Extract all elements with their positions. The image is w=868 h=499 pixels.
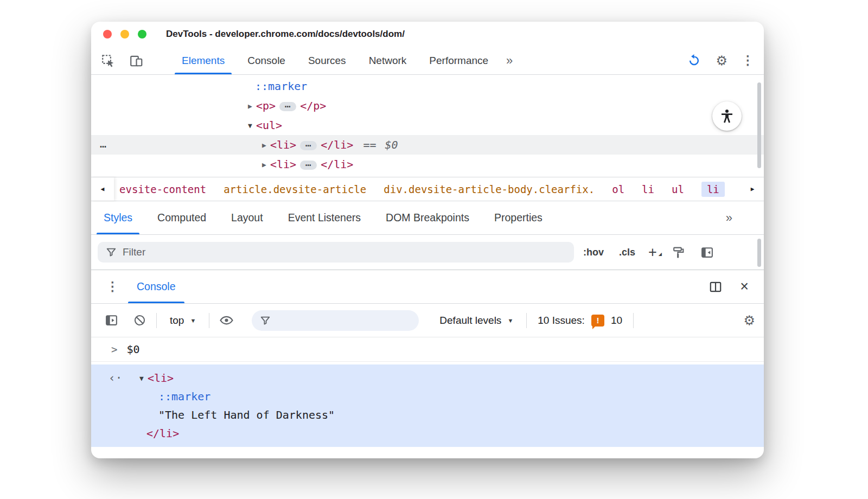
dom-tree-row-marker[interactable]: ::marker (91, 76, 764, 96)
element-classes-button[interactable]: .cls (613, 247, 641, 258)
close-drawer-icon[interactable]: × (740, 279, 749, 294)
tab-elements[interactable]: Elements (170, 47, 236, 74)
drawer-kebab-menu-icon[interactable]: ⋮ (106, 279, 116, 294)
javascript-context-dropdown[interactable]: top ▼ (164, 315, 201, 327)
dom-tree-row-p[interactable]: ▶ <p> … </p> (91, 96, 764, 116)
result-line-text[interactable]: "The Left Hand of Darkness" (91, 406, 764, 424)
collapse-arrow-icon[interactable]: ▼ (136, 374, 148, 382)
device-toolbar-icon[interactable] (128, 54, 144, 68)
marker-pseudo-element: ::marker (158, 390, 210, 403)
dom-tree-row-li-selected[interactable]: … ▶ <li> … </li> == $0 (91, 135, 764, 155)
breadcrumb-scroll-right-button[interactable]: ▶ (741, 177, 764, 201)
console-sidebar-icon[interactable] (102, 314, 120, 327)
ul-open-tag: <ul> (256, 119, 282, 132)
sync-icon[interactable] (687, 53, 701, 68)
new-style-rule-button[interactable]: +◢ (641, 244, 664, 261)
expand-arrow-icon[interactable]: ▶ (244, 102, 256, 110)
tab-console[interactable]: Console (236, 47, 297, 74)
tab-event-listeners[interactable]: Event Listeners (276, 201, 373, 234)
paint-roller-icon[interactable] (664, 246, 693, 259)
breadcrumb-item-devsite-content[interactable]: evsite-content (119, 183, 206, 195)
dock-sidebar-icon[interactable] (693, 246, 722, 259)
breadcrumb-item-div[interactable]: div.devsite-article-body.clearfix. (384, 183, 595, 195)
console-settings-gear-icon[interactable]: ⚙ (743, 313, 755, 328)
sidebar-pane-tabs: Styles Computed Layout Event Listeners D… (91, 201, 764, 235)
plus-icon: + (648, 244, 657, 260)
more-panels-icon[interactable]: » (506, 54, 513, 68)
expand-arrow-icon[interactable]: ▶ (258, 161, 270, 169)
breadcrumb-item-ul[interactable]: ul (672, 183, 684, 195)
kebab-menu-icon[interactable]: ⋮ (742, 53, 754, 68)
breadcrumb-item-ol[interactable]: ol (612, 183, 624, 195)
breadcrumb-item-article[interactable]: article.devsite-article (224, 183, 366, 195)
console-filter-field[interactable] (252, 310, 419, 331)
li-close-tag: </li> (146, 427, 179, 440)
li-close-tag: </li> (321, 138, 353, 151)
clear-console-icon[interactable] (130, 314, 149, 327)
result-line-marker[interactable]: ::marker (91, 387, 764, 406)
breadcrumb-scroll-left-button[interactable]: ◀ (91, 177, 114, 201)
expression-text: $0 (126, 343, 139, 356)
styles-scrollbar-thumb[interactable] (757, 239, 761, 267)
console-result-block: ‹· ▼ <li> ::marker "The Left Hand of Dar… (91, 364, 764, 447)
accessibility-person-icon (719, 108, 735, 124)
dom-tree-row-ul[interactable]: ▼ <ul> (91, 116, 764, 135)
inspect-element-icon[interactable] (100, 54, 116, 68)
tab-layout[interactable]: Layout (219, 201, 276, 234)
tab-performance[interactable]: Performance (418, 47, 500, 74)
console-executed-expression[interactable]: > $0 (91, 337, 764, 362)
tab-network[interactable]: Network (358, 47, 418, 74)
dom-tree: ::marker ▶ <p> … </p> ▼ <ul> … ▶ <li> … … (91, 75, 764, 177)
marker-pseudo-element[interactable]: ::marker (255, 80, 307, 93)
chevron-down-icon: ▼ (190, 317, 196, 324)
tab-dom-breakpoints[interactable]: DOM Breakpoints (373, 201, 482, 234)
close-window-button[interactable] (103, 30, 112, 39)
toggle-element-state-button[interactable]: :hov (577, 247, 610, 258)
window-title: DevTools - developer.chrome.com/docs/dev… (166, 29, 405, 40)
divider (633, 313, 634, 328)
result-line-li-open[interactable]: ‹· ▼ <li> (91, 369, 764, 387)
collapse-arrow-icon[interactable]: ▼ (244, 121, 256, 130)
returned-value-icon: ‹· (108, 372, 129, 385)
prompt-chevron-icon: > (111, 343, 117, 355)
more-tabs-icon[interactable]: » (726, 211, 732, 225)
breadcrumb-item-li-selected[interactable]: li (701, 182, 725, 197)
expand-arrow-icon[interactable]: ▶ (258, 141, 270, 149)
tab-sources[interactable]: Sources (297, 47, 358, 74)
console-filter-input[interactable] (271, 315, 411, 326)
settings-gear-icon[interactable]: ⚙ (716, 53, 727, 68)
styles-filter-field[interactable] (98, 242, 574, 263)
tab-computed[interactable]: Computed (145, 201, 219, 234)
chevron-down-icon: ▼ (507, 317, 513, 324)
p-close-tag: </p> (300, 99, 326, 112)
dom-tree-row-li[interactable]: ▶ <li> … </li> (91, 155, 764, 174)
context-label: top (170, 315, 184, 327)
minimize-window-button[interactable] (120, 30, 129, 39)
issues-counter-button[interactable]: 10 Issues: ! 10 (534, 315, 626, 327)
create-live-expression-icon[interactable] (217, 313, 235, 328)
accessibility-overlay-button[interactable] (712, 101, 742, 131)
text-node-value: "The Left Hand of Darkness" (158, 408, 335, 421)
zoom-window-button[interactable] (138, 30, 146, 39)
tab-properties[interactable]: Properties (482, 201, 555, 234)
drawer-tab-console[interactable]: Console (124, 270, 189, 303)
li-open-tag: <li> (270, 138, 296, 151)
result-line-li-close[interactable]: </li> (91, 424, 764, 443)
inline-ellipsis-button[interactable]: … (279, 102, 296, 111)
panel-tabs: Elements Console Sources Network Perform… (170, 47, 500, 74)
styles-filter-input[interactable] (123, 246, 566, 258)
breadcrumb-item-li[interactable]: li (642, 183, 654, 195)
log-levels-dropdown[interactable]: Default levels ▼ (434, 315, 519, 327)
traffic-lights (103, 30, 146, 39)
tab-styles[interactable]: Styles (91, 201, 145, 234)
inline-ellipsis-button[interactable]: … (300, 141, 317, 150)
issues-label: 10 Issues: (538, 315, 585, 327)
split-panel-icon[interactable] (709, 280, 723, 294)
li-open-tag: <li> (270, 158, 296, 171)
divider (526, 313, 527, 328)
dom-breadcrumb-bar: ◀ evsite-content article.devsite-article… (91, 177, 764, 201)
elements-scrollbar-thumb[interactable] (757, 82, 761, 168)
filter-funnel-icon (259, 315, 271, 327)
inline-ellipsis-button[interactable]: … (300, 161, 317, 170)
log-levels-label: Default levels (439, 315, 501, 327)
